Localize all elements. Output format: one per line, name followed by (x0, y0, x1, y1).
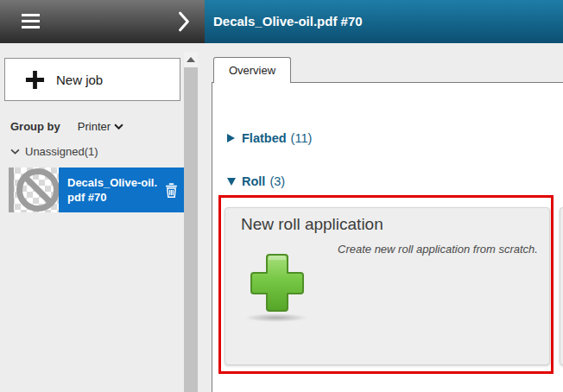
job-item-body: Decals_Olive-oil. pdf #70 (59, 168, 184, 212)
hamburger-icon[interactable] (22, 14, 40, 29)
group-header-label: Unassigned(1) (25, 145, 98, 158)
section-count: (11) (291, 131, 313, 145)
application-window: Decals_Olive-oil.pdf #70 New job Group b… (0, 0, 563, 392)
card-subtitle: Create new roll application from scratch… (338, 243, 538, 256)
job-thumbnail (9, 168, 59, 212)
group-by-dropdown[interactable]: Printer (78, 120, 123, 133)
section-label: Roll (242, 174, 265, 188)
chevron-right-icon[interactable] (175, 11, 193, 32)
job-list-item-selected[interactable]: Decals_Olive-oil. pdf #70 (9, 168, 184, 212)
sidebar-scrollbar[interactable] (184, 52, 198, 392)
plus-icon (25, 70, 45, 90)
scrollbar-thumb[interactable] (184, 67, 198, 392)
card-title: New roll application (241, 215, 383, 234)
no-preview-icon (16, 168, 59, 212)
section-header-flatbed[interactable]: Flatbed (11) (227, 130, 312, 147)
tab-overview[interactable]: Overview (213, 57, 291, 83)
group-by-label: Group by (10, 120, 60, 133)
trash-icon[interactable] (164, 182, 179, 199)
new-job-label: New job (56, 73, 103, 87)
new-roll-application-card[interactable]: New roll application Create new roll app… (225, 207, 550, 365)
plus-icon-shadow (244, 313, 308, 322)
top-bar-title-section: Decals_Olive-oil.pdf #70 (205, 0, 563, 43)
section-collapsed-icon (227, 134, 235, 142)
top-bar: Decals_Olive-oil.pdf #70 (0, 0, 563, 43)
add-roll-plus-icon (250, 253, 305, 313)
group-by-value: Printer (78, 120, 111, 133)
chevron-down-icon (10, 149, 20, 155)
scroll-up-icon[interactable] (184, 52, 198, 66)
group-by-row: Group by Printer (10, 118, 123, 134)
new-job-button[interactable]: New job (4, 58, 180, 101)
section-label: Flatbed (242, 131, 287, 145)
section-header-roll[interactable]: Roll (3) (227, 173, 285, 190)
adjacent-application-card[interactable] (560, 207, 563, 365)
group-header-unassigned[interactable]: Unassigned(1) (10, 143, 98, 159)
job-window-title: Decals_Olive-oil.pdf #70 (213, 0, 363, 43)
thumbnail-edge-strip (9, 168, 14, 212)
section-expanded-icon (227, 178, 236, 186)
chevron-down-icon (114, 123, 123, 130)
job-title: Decals_Olive-oil. pdf #70 (67, 175, 161, 205)
tab-overview-label: Overview (229, 64, 275, 77)
top-bar-nav-section (0, 0, 205, 43)
section-count: (3) (269, 174, 285, 188)
